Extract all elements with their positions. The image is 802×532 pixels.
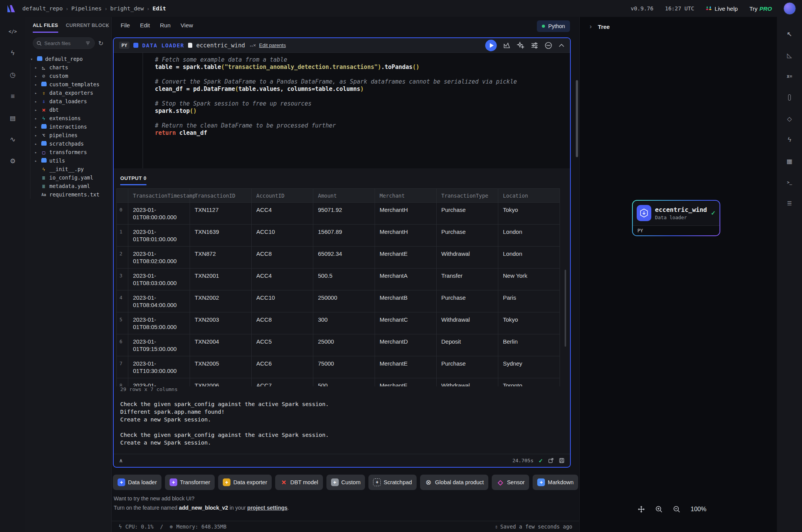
tab-output-0[interactable]: OUTPUT 0 xyxy=(120,175,146,185)
zoom-in-icon[interactable] xyxy=(655,505,663,513)
search-input[interactable] xyxy=(44,40,83,46)
add-block-button[interactable]: Global data product xyxy=(420,475,489,490)
add-block-button[interactable]: Data exporter xyxy=(218,475,272,490)
language-selector[interactable]: Python xyxy=(537,20,570,32)
zoom-level[interactable]: 100% xyxy=(691,506,706,513)
tree-item[interactable]: charts xyxy=(30,63,111,72)
tree-item[interactable]: dbt xyxy=(30,106,111,114)
menu-run[interactable]: Run xyxy=(155,22,176,29)
column-header[interactable]: Amount xyxy=(313,189,375,203)
column-header[interactable]: AccountID xyxy=(252,189,313,203)
rows-icon[interactable] xyxy=(783,196,797,210)
zap-icon[interactable] xyxy=(6,46,20,60)
edit-parents-link[interactable]: Edit parents xyxy=(259,42,286,48)
thermo-icon[interactable] xyxy=(783,91,797,104)
chevron-icon[interactable] xyxy=(34,108,38,112)
clock-icon[interactable] xyxy=(6,68,20,82)
chevron-down-icon[interactable] xyxy=(29,57,34,61)
tree-item[interactable]: pipelines xyxy=(30,131,111,139)
filter-icon[interactable] xyxy=(86,41,90,45)
save-output-icon[interactable] xyxy=(559,458,565,463)
collapse-block-icon[interactable] xyxy=(558,44,565,47)
tree-item[interactable]: interactions xyxy=(30,123,111,131)
chevron-icon[interactable] xyxy=(34,142,38,146)
card-icon[interactable] xyxy=(6,111,20,125)
try-pro-button[interactable]: TryPRO xyxy=(749,5,772,12)
zoom-out-icon[interactable] xyxy=(673,505,681,513)
cube-icon[interactable] xyxy=(783,112,797,126)
tree-item[interactable]: data_exporters xyxy=(30,89,111,97)
column-header[interactable]: Merchant xyxy=(375,189,437,203)
chevron-icon[interactable] xyxy=(34,99,38,104)
block-name[interactable]: eccentric_wind xyxy=(196,42,245,49)
chevron-icon[interactable] xyxy=(34,74,38,78)
tree-item[interactable]: data_loaders xyxy=(30,97,111,106)
menu-file[interactable]: File xyxy=(116,22,135,29)
tree-item[interactable]: __init__.py xyxy=(30,165,111,173)
table-row[interactable]: 3 2023-01-01T08:03:00.000 TXN2001 ACC4 5… xyxy=(117,269,560,290)
cursor-icon[interactable] xyxy=(783,27,797,41)
chart-icon[interactable] xyxy=(503,42,511,49)
table-row[interactable]: 7 2023-01-01T10:30:00.000 TXN2005 ACC6 7… xyxy=(117,356,560,378)
table-row[interactable]: 1 2023-01-01T08:01:00.000 TXN1639 ACC10 … xyxy=(117,225,560,247)
grid-icon[interactable] xyxy=(783,154,797,168)
tree-item[interactable]: transformers xyxy=(30,148,111,156)
add-block-button[interactable]: Custom xyxy=(326,475,365,490)
breadcrumb-pipeline-name[interactable]: bright_dew xyxy=(110,5,144,12)
tree-item[interactable]: requirements.txt xyxy=(30,190,111,199)
tree-item[interactable]: utils xyxy=(30,156,111,165)
chevron-icon[interactable] xyxy=(34,150,38,154)
tab-all-files[interactable]: ALL FILES xyxy=(33,23,58,33)
tree-item[interactable]: scratchpads xyxy=(30,139,111,148)
add-block-button[interactable]: Sensor xyxy=(492,475,529,490)
table-row[interactable]: 0 2023-01-01T08:00:00.000 TXN1127 ACC4 9… xyxy=(117,203,560,225)
collapse-panel-icon[interactable]: ‹ xyxy=(106,22,108,29)
live-help-button[interactable]: Live help xyxy=(706,5,738,12)
more-options-icon[interactable] xyxy=(545,42,552,49)
table-row[interactable]: 8 2023-01- TXN2006 ACC7 500 MerchantF Wi… xyxy=(117,378,560,387)
add-block-button[interactable]: Transformer xyxy=(165,475,215,490)
chevron-icon[interactable] xyxy=(34,116,38,121)
terminal-icon[interactable] xyxy=(783,175,797,189)
tree-node-eccentric-wind[interactable]: eccentric_wind Data loader ✓ PY xyxy=(633,201,720,235)
pulse-icon[interactable] xyxy=(6,133,20,146)
expand-panel-icon[interactable]: › xyxy=(590,23,592,30)
user-avatar[interactable] xyxy=(784,2,796,15)
refresh-icon[interactable]: ↻ xyxy=(98,40,103,47)
chevron-icon[interactable] xyxy=(34,133,38,138)
breadcrumb-repo[interactable]: default_repo xyxy=(22,5,63,12)
table-row[interactable]: 2 2023-01-01T08:02:00.000 TXN872 ACC8 65… xyxy=(117,247,560,269)
add-block-button[interactable]: DBT model xyxy=(275,475,323,490)
chevron-icon[interactable] xyxy=(34,125,38,129)
zap-icon[interactable] xyxy=(783,133,797,147)
expand-output-icon[interactable] xyxy=(548,458,554,463)
tree-item[interactable]: custom xyxy=(30,72,111,80)
project-settings-link[interactable]: project settings xyxy=(247,505,288,511)
output-table-wrapper[interactable]: TransactionTimestampTransactionIDAccount… xyxy=(114,188,570,386)
chevron-icon[interactable] xyxy=(34,91,38,95)
tree-item[interactable]: custom_templates xyxy=(30,80,111,89)
tab-current-block[interactable]: CURRENT BLOCK xyxy=(66,23,109,33)
tree-item[interactable]: metadata.yaml xyxy=(30,182,111,190)
tree-item-root[interactable]: default_repo xyxy=(25,55,111,63)
stack-icon[interactable] xyxy=(6,89,20,103)
menu-view[interactable]: View xyxy=(176,22,198,29)
chevron-icon[interactable] xyxy=(34,159,38,163)
collapse-output-icon[interactable]: ∧ xyxy=(119,458,123,463)
table-scrollbar[interactable] xyxy=(565,270,566,347)
code-icon[interactable] xyxy=(6,25,20,39)
fit-view-icon[interactable] xyxy=(637,505,645,513)
menu-edit[interactable]: Edit xyxy=(135,22,155,29)
mage-logo[interactable] xyxy=(6,3,16,13)
column-header[interactable]: Location xyxy=(498,189,560,203)
code-editor[interactable]: # Fetch some example data from a tableta… xyxy=(114,53,570,168)
sliders-icon[interactable] xyxy=(531,42,538,49)
run-block-button[interactable] xyxy=(485,40,497,51)
column-header[interactable]: TransactionID xyxy=(190,189,252,203)
editor-scrollbar[interactable] xyxy=(576,80,578,157)
chevron-icon[interactable] xyxy=(34,82,38,87)
tree-item[interactable]: extensions xyxy=(30,114,111,123)
table-row[interactable]: 6 2023-01-01T09:15:00.000 TXN2004 ACC5 2… xyxy=(117,334,560,356)
sparkles-ai-icon[interactable] xyxy=(517,42,525,49)
sliders-icon[interactable] xyxy=(6,154,20,168)
